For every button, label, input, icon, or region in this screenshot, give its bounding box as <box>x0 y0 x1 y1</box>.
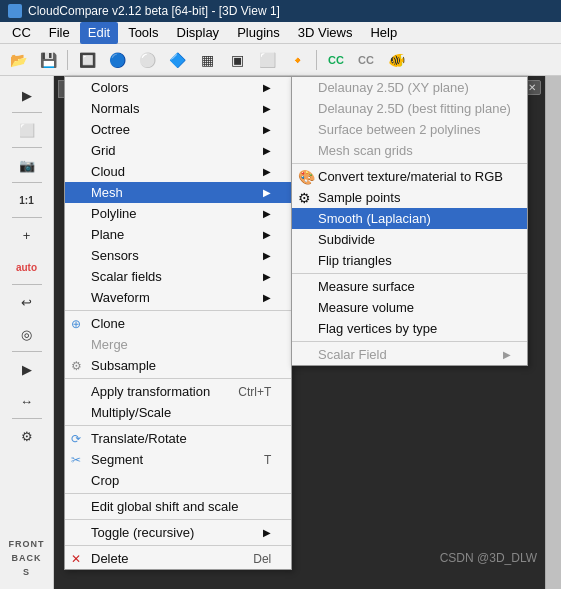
toolbar: 📂 💾 🔲 🔵 ⚪ 🔷 ▦ ▣ ⬜ 🔸 CC CC 🐠 <box>0 44 561 76</box>
menu-waveform[interactable]: Waveform ▶ <box>65 287 291 308</box>
menu-tools[interactable]: Tools <box>120 22 166 44</box>
toolbar-sep-1 <box>67 50 68 70</box>
menu-mesh[interactable]: Mesh ▶ <box>65 182 291 203</box>
toolbar-btn-1[interactable]: 🔲 <box>73 47 101 73</box>
submenu-measure-surface[interactable]: Measure surface <box>292 276 527 297</box>
title-bar: CloudCompare v2.12 beta [64-bit] - [3D V… <box>0 0 561 22</box>
tool-target[interactable]: ◎ <box>9 319 45 349</box>
colors-arrow: ▶ <box>263 82 271 93</box>
submenu-sample-points[interactable]: ⚙ Sample points <box>292 187 527 208</box>
menu-edit[interactable]: Edit <box>80 22 118 44</box>
tool-auto[interactable]: auto <box>9 252 45 282</box>
sidebar-sep-6 <box>12 351 42 352</box>
menu-editglobalshift[interactable]: Edit global shift and scale <box>65 496 291 517</box>
submenu-flag-vertices[interactable]: Flag vertices by type <box>292 318 527 339</box>
submenu-subdivide[interactable]: Subdivide <box>292 229 527 250</box>
subsample-icon: ⚙ <box>71 359 82 373</box>
tool-camera[interactable]: 📷 <box>9 150 45 180</box>
side-labels-container: FRONT BACK S <box>9 453 45 585</box>
menu-segment[interactable]: ✂ Segment T <box>65 449 291 470</box>
sidebar-sep-2 <box>12 147 42 148</box>
submenu-surface-polylines: Surface between 2 polylines <box>292 119 527 140</box>
s-label: S <box>9 567 45 577</box>
translate-icon: ⟳ <box>71 432 81 446</box>
plane-arrow: ▶ <box>263 229 271 240</box>
tool-cursor[interactable]: ▶ <box>9 80 45 110</box>
toolbar-cc-1[interactable]: CC <box>322 47 350 73</box>
menu-multiplyscale[interactable]: Multiply/Scale <box>65 402 291 423</box>
mesh-sep-1 <box>292 163 527 164</box>
toolbar-btn-3[interactable]: ⚪ <box>133 47 161 73</box>
tool-play[interactable]: ▶ <box>9 354 45 384</box>
submenu-delaunay-best: Delaunay 2.5D (best fitting plane) <box>292 98 527 119</box>
tool-resize[interactable]: ↔ <box>9 386 45 416</box>
edit-menu-popup: Colors ▶ Normals ▶ Octree ▶ Grid ▶ Cloud… <box>64 76 292 570</box>
menu-delete[interactable]: ✕ Delete Del <box>65 548 291 569</box>
watermark: CSDN @3D_DLW <box>440 551 537 565</box>
octree-arrow: ▶ <box>263 124 271 135</box>
edit-sep-5 <box>65 519 291 520</box>
tool-add[interactable]: + <box>9 220 45 250</box>
submenu-delaunay-xy: Delaunay 2.5D (XY plane) <box>292 77 527 98</box>
menu-cc[interactable]: CC <box>4 22 39 44</box>
sensors-arrow: ▶ <box>263 250 271 261</box>
sidebar-sep-7 <box>12 418 42 419</box>
menu-translaterotate[interactable]: ⟳ Translate/Rotate <box>65 428 291 449</box>
sidebar-sep-1 <box>12 112 42 113</box>
submenu-measure-volume[interactable]: Measure volume <box>292 297 527 318</box>
menu-polyline[interactable]: Polyline ▶ <box>65 203 291 224</box>
tool-settings[interactable]: ⚙ <box>9 421 45 451</box>
menu-octree[interactable]: Octree ▶ <box>65 119 291 140</box>
submenu-smooth-laplacian[interactable]: Smooth (Laplacian) <box>292 208 527 229</box>
menu-sensors[interactable]: Sensors ▶ <box>65 245 291 266</box>
toolbar-btn-2[interactable]: 🔵 <box>103 47 131 73</box>
menu-file[interactable]: File <box>41 22 78 44</box>
tool-undo[interactable]: ↩ <box>9 287 45 317</box>
menu-plugins[interactable]: Plugins <box>229 22 288 44</box>
menu-plane[interactable]: Plane ▶ <box>65 224 291 245</box>
menu-scalarfields[interactable]: Scalar fields ▶ <box>65 266 291 287</box>
submenu-flip-triangles[interactable]: Flip triangles <box>292 250 527 271</box>
toolbar-btn-6[interactable]: ▣ <box>223 47 251 73</box>
sidebar-sep-5 <box>12 284 42 285</box>
menu-clone[interactable]: ⊕ Clone <box>65 313 291 334</box>
scalarfields-arrow: ▶ <box>263 271 271 282</box>
menu-toggle[interactable]: Toggle (recursive) ▶ <box>65 522 291 543</box>
menu-help[interactable]: Help <box>362 22 405 44</box>
segment-icon: ✂ <box>71 453 81 467</box>
edit-sep-6 <box>65 545 291 546</box>
waveform-arrow: ▶ <box>263 292 271 303</box>
right-panel <box>545 76 561 589</box>
menu-display[interactable]: Display <box>169 22 228 44</box>
menu-normals[interactable]: Normals ▶ <box>65 98 291 119</box>
menu-3dviews[interactable]: 3D Views <box>290 22 361 44</box>
texture-icon: 🎨 <box>298 169 315 185</box>
toolbar-btn-8[interactable]: 🔸 <box>283 47 311 73</box>
polyline-arrow: ▶ <box>263 208 271 219</box>
toolbar-btn-5[interactable]: ▦ <box>193 47 221 73</box>
tool-layers[interactable]: ⬜ <box>9 115 45 145</box>
menu-grid[interactable]: Grid ▶ <box>65 140 291 161</box>
submenu-scalar-field: Scalar Field ▶ <box>292 344 527 365</box>
menu-merge: Merge <box>65 334 291 355</box>
sample-icon: ⚙ <box>298 190 311 206</box>
delete-icon: ✕ <box>71 552 81 566</box>
menu-colors[interactable]: Colors ▶ <box>65 77 291 98</box>
grid-arrow: ▶ <box>263 145 271 156</box>
clone-icon: ⊕ <box>71 317 81 331</box>
toolbar-open[interactable]: 📂 <box>4 47 32 73</box>
back-label: BACK <box>9 553 45 563</box>
toolbar-save[interactable]: 💾 <box>34 47 62 73</box>
toolbar-btn-4[interactable]: 🔷 <box>163 47 191 73</box>
submenu-convert-texture[interactable]: 🎨 Convert texture/material to RGB <box>292 166 527 187</box>
edit-sep-1 <box>65 310 291 311</box>
toolbar-btn-7[interactable]: ⬜ <box>253 47 281 73</box>
tool-ratio[interactable]: 1:1 <box>9 185 45 215</box>
mesh-sep-2 <box>292 273 527 274</box>
toolbar-cc-2[interactable]: CC <box>352 47 380 73</box>
menu-crop[interactable]: Crop <box>65 470 291 491</box>
menu-cloud[interactable]: Cloud ▶ <box>65 161 291 182</box>
toolbar-fish[interactable]: 🐠 <box>382 47 410 73</box>
menu-subsample[interactable]: ⚙ Subsample <box>65 355 291 376</box>
menu-applytransformation[interactable]: Apply transformation Ctrl+T <box>65 381 291 402</box>
